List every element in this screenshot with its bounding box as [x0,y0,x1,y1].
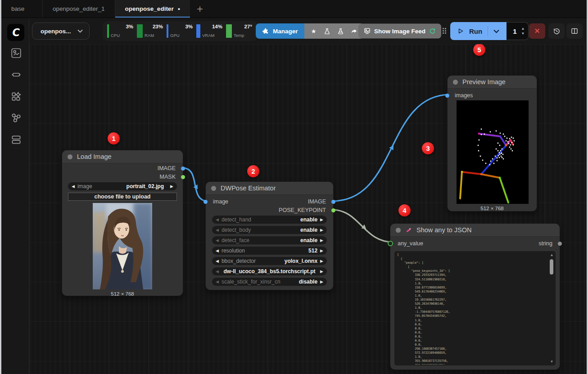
image-output-port[interactable] [331,200,335,204]
widget-prev-icon[interactable]: ◀ [216,259,219,263]
scroll-down-icon[interactable]: ▼ [549,360,555,364]
top-toolbar: openpos... 3% CPU 23% RAM 3% GPU 14% [29,18,587,44]
node-status-dot [453,80,458,85]
widget-next-icon[interactable]: ▶ [320,248,323,253]
widget-next-icon[interactable]: ▶ [320,259,323,263]
widget-prev-icon[interactable]: ◀ [216,269,219,274]
pose-keypoint-output-port[interactable] [331,208,335,212]
tab-base[interactable]: base [1,0,43,18]
node-load-image[interactable]: Load Image IMAGE MASK ◀ image portrait_0… [62,150,183,296]
pose-keypoint-slot: POSE_KEYPOINT [206,207,333,214]
tab-openpose-editer-1[interactable]: openpose_editer_1 [43,0,115,18]
tab-label: base [11,5,24,12]
tab-openpose-editer[interactable]: openpose_editer ● [115,0,190,18]
workflow-tab-bar: base openpose_editer_1 openpose_editer ●… [1,0,587,18]
flask-icon[interactable] [321,27,334,35]
node-header[interactable]: Preview Image [448,76,537,89]
widget-next-icon[interactable]: ▶ [320,217,323,222]
node-header[interactable]: Show any to JSON [390,224,560,237]
crystools-wand-icon [405,227,412,234]
images-input-port[interactable] [445,94,449,98]
interrupt-button[interactable]: ✕ [529,23,545,39]
node-header[interactable]: DWPose Estimator [206,182,333,195]
annotation-badge-3: 3 [422,142,434,154]
widget-detect-body[interactable]: ◀ detect_body enable ▶ [212,226,327,234]
widget-bbox-detector[interactable]: ◀ bbox_detector yolox_l.onnx ▶ [212,257,327,265]
widget-next-icon[interactable]: ▶ [320,238,323,243]
show-image-feed-button[interactable]: Show Image Feed [358,24,441,39]
annotation-badge-2: 2 [247,165,259,177]
string-output-port[interactable] [558,242,562,246]
node-header[interactable]: Load Image [62,150,183,163]
widget-detect-hand[interactable]: ◀ detect_hand enable ▶ [212,216,327,224]
node-status-dot [396,228,401,233]
node-layout-icon[interactable] [10,134,22,145]
choose-file-button[interactable]: choose file to upload [68,193,177,201]
widget-detect-face[interactable]: ◀ detect_face enable ▶ [212,236,327,244]
widget-resolution[interactable]: ◀ resolution 512 ▶ [212,247,327,255]
any-value-input-port[interactable] [388,241,393,246]
image-output-port[interactable] [181,167,185,171]
workflow-dropdown[interactable]: openpos... [32,23,90,40]
widget-next-icon[interactable]: ▶ [320,279,323,284]
cpu-bar [107,24,109,38]
annotation-badge-4: 4 [398,204,411,216]
puzzle-icon [262,28,269,35]
json-output-textarea[interactable]: [ { "people": [ { "pose_keypoints_2d": [… [394,251,556,365]
mask-output-port[interactable] [181,175,185,179]
node-show-any-to-json[interactable]: Show any to JSON any_value string [ { "p… [390,223,560,370]
widget-prev-icon[interactable]: ◀ [216,228,219,232]
comfyui-logo[interactable]: C [7,24,24,41]
json-scrollbar[interactable]: ▲ ▼ [549,252,555,365]
count-down-icon[interactable]: ▼ [521,32,525,36]
run-button[interactable]: Run [450,22,507,40]
panel-toggle-button[interactable] [566,23,583,39]
count-up-icon[interactable]: ▲ [521,27,525,31]
model-library-icon[interactable] [10,90,22,102]
node-status-dot [211,186,216,191]
node-library-icon[interactable] [10,69,22,81]
manager-button-group: Manager ★ [256,23,364,39]
cpu-monitor: 3% CPU [107,24,134,38]
widget-prev-icon[interactable]: ◀ [216,279,219,284]
ram-bar [137,24,143,38]
node-dwpose-estimator[interactable]: DWPose Estimator image IMAGE POSE_KEYPOI… [205,181,334,290]
loaded-image-preview[interactable] [93,203,152,289]
batch-count-stepper[interactable]: 1 ▲ ▼ [507,22,529,40]
play-icon [457,28,464,34]
node-preview-image[interactable]: Preview Image images [447,75,537,212]
toolbar-drag-handle[interactable] [442,27,447,35]
pose-preview-image[interactable] [457,100,529,204]
star-icon[interactable]: ★ [307,28,321,35]
widget-prev-icon[interactable]: ◀ [72,184,75,189]
close-icon: ✕ [534,27,540,35]
flask-2-icon[interactable] [334,27,348,35]
widget-next-icon[interactable]: ▶ [170,184,173,189]
image-feed-icon [364,28,371,35]
ram-monitor: 23% RAM [137,24,164,38]
new-tab-button[interactable]: + [190,0,210,18]
comfyui-window: base openpose_editer_1 openpose_editer ●… [0,0,588,374]
widget-prev-icon[interactable]: ◀ [216,238,219,243]
widget-scale-stick[interactable]: ◀ scale_stick_for_xinsr_cn disable ▶ [212,278,327,286]
history-button[interactable] [548,23,565,39]
workflows-icon[interactable] [10,112,22,124]
widget-next-icon[interactable]: ▶ [320,269,323,274]
window-edge-left [0,0,1,374]
chevron-down-icon [77,29,83,33]
image-file-widget[interactable]: ◀ image portrait_02.jpg ▶ [68,182,177,190]
history-icon [553,27,561,35]
run-options-chevron-icon[interactable] [493,29,499,33]
scroll-thumb[interactable] [550,259,553,275]
manager-button[interactable]: Manager [256,23,304,39]
widget-prev-icon[interactable]: ◀ [216,217,219,222]
output-mask-slot: MASK [62,174,183,181]
image-input-port[interactable] [204,200,208,204]
manager-quick-actions: ★ [304,23,364,39]
widget-pose-estimator[interactable]: ◀ dw-ll_ucoco_384_bs5.torchscript.pt ▶ [212,267,327,275]
widget-prev-icon[interactable]: ◀ [216,248,219,253]
queue-gallery-icon[interactable] [10,47,22,59]
scroll-up-icon[interactable]: ▲ [549,253,555,257]
widget-next-icon[interactable]: ▶ [320,228,323,232]
unsaved-dot-icon: ● [178,7,180,11]
